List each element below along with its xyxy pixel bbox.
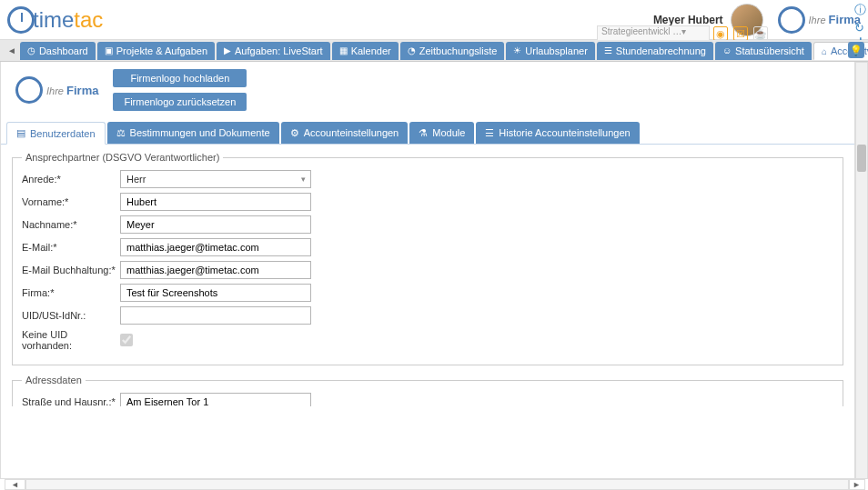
user-icon: ☺ xyxy=(722,45,732,55)
vertical-scrollbar[interactable] xyxy=(855,62,868,479)
label-uid: UID/USt-IdNr.: xyxy=(22,310,120,321)
record-icon[interactable]: ◉ xyxy=(713,26,728,41)
reset-logo-button[interactable]: Firmenlogo zurücksetzen xyxy=(113,93,247,111)
input-vorname[interactable] xyxy=(120,193,311,211)
fieldset-adressdaten: Adressdaten Straße und Hausnr.:* PLZ:* O… xyxy=(12,375,843,406)
list-icon: ☰ xyxy=(485,127,494,139)
play-icon: ▶ xyxy=(224,45,231,55)
label-strasse: Straße und Hausnr.:* xyxy=(22,396,120,406)
input-nachname[interactable] xyxy=(120,215,311,234)
tab-projekte[interactable]: ▣Projekte & Aufgaben xyxy=(97,42,215,60)
app-logo: timetac xyxy=(7,6,103,34)
content-panel: Ihre Firma Firmenlogo hochladen Firmenlo… xyxy=(0,62,855,479)
label-keine-uid: Keine UID vorhanden: xyxy=(22,329,120,351)
label-nachname: Nachname:* xyxy=(22,219,120,230)
clock-icon: ◔ xyxy=(408,45,416,55)
home-icon: ⌂ xyxy=(822,46,827,56)
sun-icon: ☀ xyxy=(513,45,521,55)
checkbox-keine-uid[interactable] xyxy=(120,334,133,346)
edit-icon[interactable]: ☒ xyxy=(733,26,748,41)
folder-icon: ▣ xyxy=(105,45,113,55)
tab-dashboard[interactable]: ◷Dashboard xyxy=(20,42,96,60)
refresh-icon[interactable]: ↻ xyxy=(854,21,866,35)
ring-icon xyxy=(778,6,805,34)
subtab-benutzerdaten[interactable]: ▤Benutzerdaten xyxy=(6,122,106,145)
label-email: E-Mail:* xyxy=(22,242,120,253)
list-icon: ☰ xyxy=(604,45,612,55)
header: timetac Strategieentwickl … ◉ ☒ ☕ Meyer … xyxy=(0,0,868,40)
gears-icon: ⚙ xyxy=(290,127,299,139)
hint-bulb[interactable]: 💡 xyxy=(848,42,864,58)
scrollbar-thumb[interactable] xyxy=(857,145,866,172)
form-area: Ansprechpartner (DSGVO Verantwortlicher)… xyxy=(1,145,854,406)
gauge-icon: ◷ xyxy=(27,45,35,55)
tab-stundenabrechnung[interactable]: ☰Stundenabrechnung xyxy=(597,42,713,60)
company-logo-content: Ihre Firma xyxy=(15,76,98,104)
info-icon[interactable]: ⓘ xyxy=(854,2,866,18)
input-uid[interactable] xyxy=(120,306,311,325)
tab-aufgaben-livestart[interactable]: ▶Aufgaben: LiveStart xyxy=(217,42,330,60)
card-icon: ▤ xyxy=(16,127,25,139)
tab-kalender[interactable]: ▦Kalender xyxy=(332,42,399,60)
label-firma: Firma:* xyxy=(22,287,120,298)
input-email-buchhaltung[interactable] xyxy=(120,261,311,279)
input-firma[interactable] xyxy=(120,284,311,302)
clock-icon xyxy=(7,6,35,34)
user-name: Meyer Hubert xyxy=(653,14,723,26)
subtab-historie[interactable]: ☰Historie Accounteinstellungen xyxy=(476,122,639,144)
tab-statusuebersicht[interactable]: ☺Statusübersicht xyxy=(715,42,812,60)
legend-adressdaten: Adressdaten xyxy=(22,375,86,385)
subtab-bestimmungen[interactable]: ⚖Bestimmungen und Dokumente xyxy=(107,122,279,144)
sub-tabstrip: ▤Benutzerdaten ⚖Bestimmungen und Dokumen… xyxy=(1,122,854,145)
input-email[interactable] xyxy=(120,238,311,256)
ring-icon xyxy=(15,76,43,104)
upload-logo-button[interactable]: Firmenlogo hochladen xyxy=(113,69,247,87)
label-email-buchhaltung: E-Mail Buchhaltung:* xyxy=(22,265,120,275)
main-tabstrip: ◄ ◷Dashboard ▣Projekte & Aufgaben ▶Aufga… xyxy=(0,40,868,62)
logo-text1: time xyxy=(33,7,74,33)
flask-icon: ⚗ xyxy=(419,127,428,139)
input-strasse[interactable] xyxy=(120,393,311,406)
label-anrede: Anrede:* xyxy=(22,174,120,185)
calendar-icon: ▦ xyxy=(339,45,348,55)
horizontal-scrollbar[interactable] xyxy=(25,479,850,490)
content-topbar: Ihre Firma Firmenlogo hochladen Firmenlo… xyxy=(1,62,854,118)
tabs-scroll-left[interactable]: ◄ xyxy=(4,45,20,55)
label-vorname: Vorname:* xyxy=(22,196,120,207)
company-logo-header: Ihre Firma xyxy=(778,6,861,34)
fieldset-ansprechpartner: Ansprechpartner (DSGVO Verantwortlicher)… xyxy=(12,152,843,365)
subtab-accounteinstellungen[interactable]: ⚙Accounteinstellungen xyxy=(281,122,409,144)
coffee-icon[interactable]: ☕ xyxy=(753,26,768,41)
logo-text2: tac xyxy=(74,7,103,33)
tab-urlaubsplaner[interactable]: ☀Urlaubsplaner xyxy=(506,42,594,60)
tab-zeitbuchungsliste[interactable]: ◔Zeitbuchungsliste xyxy=(400,42,505,60)
scale-icon: ⚖ xyxy=(116,127,126,139)
subtab-module[interactable]: ⚗Module xyxy=(409,122,474,144)
select-anrede[interactable]: Herr xyxy=(120,170,311,188)
legend-ansprechpartner: Ansprechpartner (DSGVO Verantwortlicher) xyxy=(22,152,223,163)
